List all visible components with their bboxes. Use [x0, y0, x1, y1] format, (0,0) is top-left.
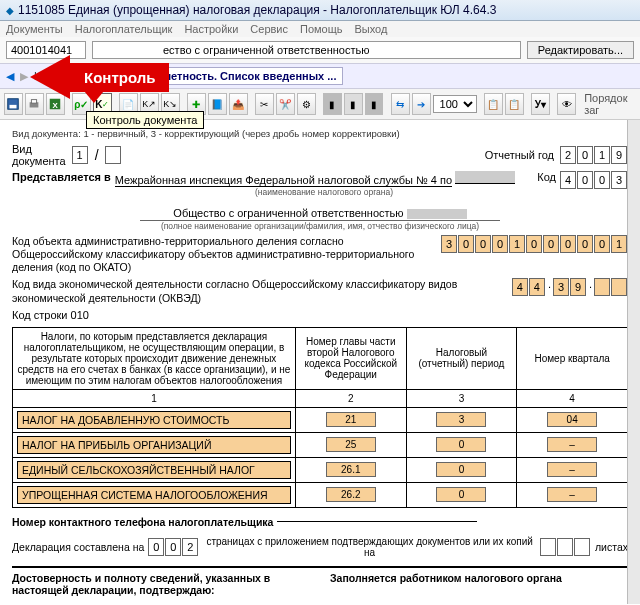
menu-help[interactable]: Помощь: [300, 23, 343, 35]
menu-bar: Документы Налогоплательщик Настройки Сер…: [0, 21, 640, 37]
kod-label: Код: [537, 171, 556, 183]
org-row: xxxxxxxxxxxxество с ограниченной ответст…: [0, 37, 640, 63]
svg-rect-3: [32, 100, 37, 104]
okved-label: Код вида экономической деятельности согл…: [12, 278, 506, 304]
doc-blue-icon[interactable]: 📘: [208, 93, 227, 115]
present-note: (наименование налогового органа): [115, 187, 534, 197]
th-2: Номер главы части второй Налогового коде…: [295, 327, 406, 389]
vid-corr[interactable]: [105, 146, 121, 164]
control-tooltip: Контроль документа: [86, 111, 204, 129]
doc-export-icon[interactable]: 📤: [229, 93, 248, 115]
scissors-icon[interactable]: ✂: [255, 93, 274, 115]
line-010: Код строки 010: [12, 309, 628, 321]
th-3: Налоговый (отчетный) период: [406, 327, 517, 389]
arrow-right-icon[interactable]: ➔: [412, 93, 431, 115]
present-value: Межрайонная инспекция Федеральной налого…: [115, 174, 452, 187]
okato-label: Код объекта административно-территориаль…: [12, 235, 435, 274]
window-title: 1151085 Единая (упрощенная) налоговая де…: [18, 3, 496, 17]
app-icon: ◆: [6, 5, 14, 16]
year-label: Отчетный год: [485, 149, 554, 161]
scrollbar[interactable]: [627, 120, 640, 604]
callout-text: Контроль: [70, 63, 169, 92]
control-callout: Контроль: [70, 63, 169, 92]
menu-documents[interactable]: Документы: [6, 23, 63, 35]
title-bar: ◆ 1151085 Единая (упрощенная) налоговая …: [0, 0, 640, 21]
tool-icon-2[interactable]: ⚙: [297, 93, 316, 115]
menu-taxpayer[interactable]: Налогоплательщик: [75, 23, 173, 35]
vid-label: Вид документа: [12, 143, 66, 167]
decl-label: Декларация составлена на: [12, 541, 144, 553]
ooo-note: (полное наименование организации/фамилия…: [12, 221, 628, 231]
th-4: Номер квартала: [517, 327, 628, 389]
org-name-field[interactable]: xxxxxxxxxxxxество с ограниченной ответст…: [92, 41, 521, 59]
vid-value[interactable]: 1: [72, 146, 88, 164]
tool-icon-1[interactable]: ✂️: [276, 93, 295, 115]
document-area: Вид документа: 1 - первичный, 3 - коррек…: [0, 120, 640, 604]
menu-exit[interactable]: Выход: [355, 23, 388, 35]
edit-button[interactable]: Редактировать...: [527, 41, 634, 59]
attach-sheets[interactable]: [540, 538, 591, 556]
table-row: УПРОЩЕННАЯ СИСТЕМА НАЛОГООБЛОЖЕНИЯ 26.2 …: [13, 482, 628, 507]
okved-cells[interactable]: 44.39.: [512, 278, 628, 296]
svg-text:X: X: [53, 101, 59, 110]
th-1: Налоги, по которым представляется деклар…: [13, 327, 296, 389]
present-label: Представляется в: [12, 171, 111, 183]
u-icon[interactable]: У▾: [531, 93, 550, 115]
phone-label: Номер контактного телефона налогоплатель…: [12, 516, 273, 528]
year-cells[interactable]: 2019: [560, 146, 628, 164]
taxes-table: Налоги, по которым представляется деклар…: [12, 327, 628, 508]
table-row: НАЛОГ НА ДОБАВЛЕННУЮ СТОИМОСТЬ 21 3 04: [13, 407, 628, 432]
foot-left: Достоверность и полноту сведений, указан…: [12, 572, 310, 596]
table-row: НАЛОГ НА ПРИБЫЛЬ ОРГАНИЗАЦИЙ 25 0 –: [13, 432, 628, 457]
save-icon[interactable]: [4, 93, 23, 115]
nav-back-icon[interactable]: ◀: [6, 70, 14, 83]
decl-pages[interactable]: 002: [148, 538, 199, 556]
okato-cells[interactable]: 30001000001: [441, 235, 628, 253]
table-row: ЕДИНЫЙ СЕЛЬСКОХОЗЯЙСТВЕННЫЙ НАЛОГ 26.1 0…: [13, 457, 628, 482]
ooo-line: Общество с ограниченной ответственностью: [140, 207, 500, 221]
phone-value[interactable]: [277, 521, 477, 522]
foot-right: Заполняется работником налогового органа: [330, 572, 628, 596]
nav-fwd-icon[interactable]: ▶: [20, 70, 28, 83]
page-mid-icon[interactable]: ▮: [344, 93, 363, 115]
eye-icon[interactable]: 👁: [557, 93, 576, 115]
menu-service[interactable]: Сервис: [250, 23, 288, 35]
page-next-icon[interactable]: ▮: [365, 93, 384, 115]
toolbar-trail: Порядок заг: [584, 92, 636, 116]
zoom-select[interactable]: 100%: [433, 95, 477, 113]
vid-note: Вид документа: 1 - первичный, 3 - коррек…: [12, 128, 628, 139]
form-b-icon[interactable]: 📋: [505, 93, 524, 115]
swap-icon[interactable]: ⇆: [391, 93, 410, 115]
sheets-label: листах: [595, 541, 628, 553]
attach-label: страницах с приложением подтверждающих д…: [203, 536, 536, 558]
page-prev-icon[interactable]: ▮: [323, 93, 342, 115]
form-a-icon[interactable]: 📋: [484, 93, 503, 115]
menu-settings[interactable]: Настройки: [184, 23, 238, 35]
svg-rect-1: [10, 105, 17, 109]
kod-cells[interactable]: 4003: [560, 171, 628, 189]
